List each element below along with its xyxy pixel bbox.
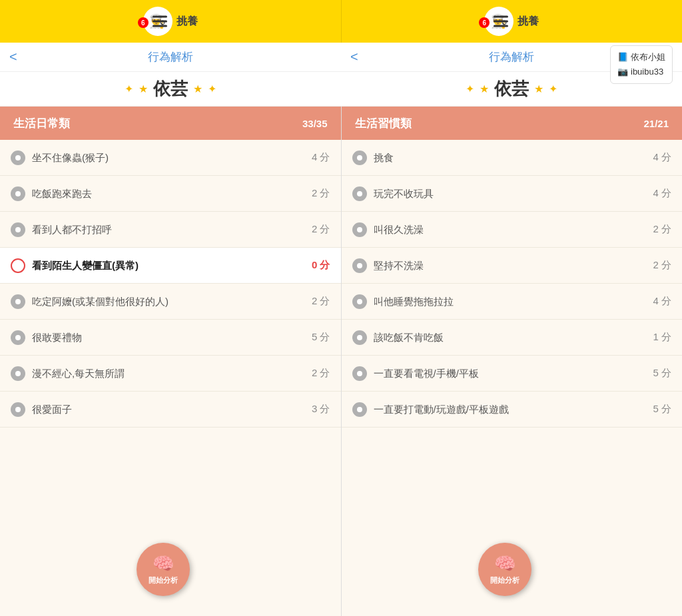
radio-button[interactable] xyxy=(11,222,25,237)
ig-icon: 📷 xyxy=(617,67,628,77)
radio-button[interactable] xyxy=(352,151,367,165)
app-title-right: 挑養 xyxy=(517,15,539,27)
item-text: 挑食 xyxy=(374,151,647,164)
star-icon-left-4: ✦ xyxy=(208,83,216,95)
item-score: 4 分 xyxy=(653,151,671,164)
item-score: 5 分 xyxy=(312,331,330,344)
item-score: 4 分 xyxy=(653,187,671,200)
item-text: 很敢要禮物 xyxy=(32,330,305,344)
username-left: ✦ ★ 依芸 ★ ✦ xyxy=(0,72,341,106)
list-item[interactable]: 坐不住像蟲(猴子)4 分 xyxy=(0,140,341,176)
radio-button[interactable] xyxy=(352,366,367,381)
item-score: 5 分 xyxy=(653,403,671,416)
item-score: 4 分 xyxy=(653,295,671,308)
radio-button[interactable] xyxy=(11,330,25,345)
radio-button[interactable] xyxy=(11,186,25,201)
item-text: 很愛面子 xyxy=(32,402,305,416)
item-text: 一直要看電視/手機/平板 xyxy=(374,366,647,380)
radio-button[interactable] xyxy=(11,402,25,417)
item-text: 看到人都不打招呼 xyxy=(32,222,305,236)
star-icon-left-1: ✦ xyxy=(125,83,133,95)
back-button-left[interactable]: < xyxy=(9,49,17,65)
item-text: 一直要打電動/玩遊戲/平板遊戲 xyxy=(374,402,647,416)
menu-button-right[interactable] xyxy=(494,16,508,27)
list-item[interactable]: 很愛面子3 分 xyxy=(0,392,341,428)
item-score: 0 分 xyxy=(312,259,330,272)
app-title-left: 挑養 xyxy=(176,15,198,27)
category-left: 生活日常類 33/35 xyxy=(0,107,341,140)
radio-button[interactable] xyxy=(352,222,367,237)
item-text: 玩完不收玩具 xyxy=(374,186,647,200)
username-text-right: 依芸 xyxy=(494,77,529,101)
analyze-button-left[interactable]: 🧠 開始分析 xyxy=(137,543,190,596)
list-item[interactable]: 吃飯跑來跑去2 分 xyxy=(0,176,341,212)
star-icon-right-4: ✦ xyxy=(549,83,557,95)
category-score-right: 21/21 xyxy=(643,118,669,129)
radio-button[interactable] xyxy=(352,402,367,417)
category-label-left: 生活日常類 xyxy=(13,116,70,131)
radio-button[interactable] xyxy=(11,366,25,381)
radio-button[interactable] xyxy=(11,258,25,273)
list-item[interactable]: 一直要打電動/玩遊戲/平板遊戲5 分 xyxy=(342,392,683,428)
analyze-label-right: 開始分析 xyxy=(490,575,519,585)
header-right: 6 👨‍🍳 挑養 xyxy=(342,0,683,43)
list-item[interactable]: 吃定阿嬤(或某個對他很好的人)2 分 xyxy=(0,284,341,320)
username-bar: ✦ ★ 依芸 ★ ✦ ✦ ★ 依芸 ★ ✦ xyxy=(0,72,682,107)
header-left: 6 👨‍🍳 挑養 xyxy=(0,0,341,43)
list-item[interactable]: 一直要看電視/手機/平板5 分 xyxy=(342,356,683,392)
list-item[interactable]: 挑食4 分 xyxy=(342,140,683,176)
hamburger-icon-right xyxy=(494,16,508,27)
analyze-button-right[interactable]: 🧠 開始分析 xyxy=(478,543,531,596)
list-item[interactable]: 堅持不洗澡2 分 xyxy=(342,248,683,284)
category-score-left: 33/35 xyxy=(302,118,328,129)
menu-button-left[interactable] xyxy=(153,16,167,27)
star-icon-right-2: ★ xyxy=(480,83,489,95)
social-overlay: 📘 依布小姐 📷 ibuibu33 xyxy=(610,45,673,84)
item-score: 1 分 xyxy=(653,331,671,344)
item-text: 該吃飯不肯吃飯 xyxy=(374,330,647,344)
header-bar: 6 👨‍🍳 挑養 6 👨‍🍳 挑養 📘 依布小姐 📷 xyxy=(0,0,682,43)
item-score: 2 分 xyxy=(312,187,330,200)
item-score: 4 分 xyxy=(312,151,330,164)
star-icon-right-1: ✦ xyxy=(466,83,474,95)
nav-left: < 行為解析 xyxy=(0,43,341,72)
nav-title-left: 行為解析 xyxy=(148,49,193,65)
category-bar: 生活日常類 33/35 生活習慣類 21/21 xyxy=(0,107,682,140)
brain-icon-right: 🧠 xyxy=(494,553,515,574)
radio-button[interactable] xyxy=(11,151,25,165)
logo-right: 👨‍🍳 挑養 xyxy=(484,7,539,36)
star-icon-left-2: ★ xyxy=(139,83,148,95)
list-item[interactable]: 漫不經心,每天無所謂2 分 xyxy=(0,356,341,392)
radio-button[interactable] xyxy=(352,330,367,345)
item-text: 叫很久洗澡 xyxy=(374,222,647,236)
logo-left: 👨‍🍳 挑養 xyxy=(143,7,198,36)
item-score: 2 分 xyxy=(312,367,330,380)
nav-title-right: 行為解析 xyxy=(489,49,534,65)
radio-button[interactable] xyxy=(352,186,367,201)
item-score: 3 分 xyxy=(312,403,330,416)
list-item[interactable]: 看到陌生人變僵直(異常)0 分 xyxy=(0,248,341,284)
item-text: 堅持不洗澡 xyxy=(374,258,647,272)
category-right: 生活習慣類 21/21 xyxy=(341,107,683,140)
item-text: 坐不住像蟲(猴子) xyxy=(32,151,305,164)
list-item[interactable]: 該吃飯不肯吃飯1 分 xyxy=(342,320,683,356)
back-button-right[interactable]: < xyxy=(350,49,358,65)
radio-button[interactable] xyxy=(11,294,25,309)
item-text: 吃飯跑來跑去 xyxy=(32,186,305,200)
radio-button[interactable] xyxy=(352,294,367,309)
list-item[interactable]: 叫很久洗澡2 分 xyxy=(342,212,683,248)
hamburger-icon-left xyxy=(153,16,167,27)
ig-social: 📷 ibuibu33 xyxy=(617,65,665,79)
item-score: 5 分 xyxy=(653,367,671,380)
category-label-right: 生活習慣類 xyxy=(355,116,412,131)
list-item[interactable]: 叫他睡覺拖拖拉拉4 分 xyxy=(342,284,683,320)
item-text: 叫他睡覺拖拖拉拉 xyxy=(374,294,647,308)
list-item[interactable]: 很敢要禮物5 分 xyxy=(0,320,341,356)
list-item[interactable]: 玩完不收玩具4 分 xyxy=(342,176,683,212)
item-score: 2 分 xyxy=(653,259,671,272)
notification-badge-left: 6 xyxy=(138,17,149,28)
list-item[interactable]: 看到人都不打招呼2 分 xyxy=(0,212,341,248)
item-text: 看到陌生人變僵直(異常) xyxy=(32,258,305,272)
radio-button[interactable] xyxy=(352,258,367,273)
fb-icon: 📘 xyxy=(617,52,628,62)
